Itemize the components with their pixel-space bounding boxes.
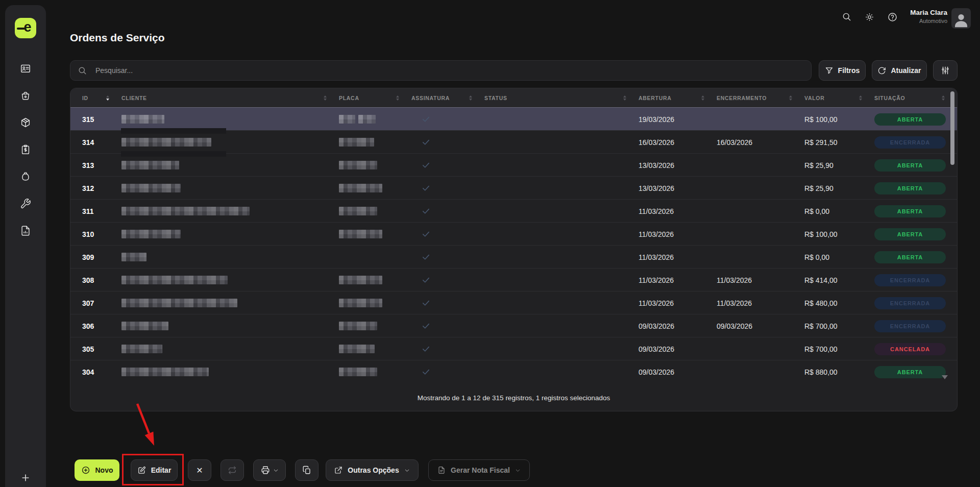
sidebar-item-services[interactable] <box>16 194 35 213</box>
table-body: 315 19/03/2026 R$ 100,00 ABERTA 314 <box>70 108 957 383</box>
table-row[interactable]: 311 11/03/2026 R$ 0,00 ABERTA <box>70 200 957 223</box>
cell-placa <box>339 368 411 376</box>
cell-placa <box>339 345 411 353</box>
column-header-placa[interactable]: PLACA <box>339 88 411 108</box>
checkmark-icon <box>422 276 484 284</box>
other-options-button[interactable]: Outras Opções <box>326 459 419 481</box>
cell-assinatura <box>411 368 484 376</box>
generate-invoice-button[interactable]: Gerar Nota Fiscal <box>428 459 530 481</box>
table-row[interactable]: 305 09/03/2026 R$ 700,00 CANCELADA <box>70 337 957 360</box>
sidebar-nav <box>5 59 46 240</box>
sort-icon[interactable] <box>623 95 626 101</box>
cell-valor: R$ 480,00 <box>804 299 874 307</box>
redacted-placa <box>339 368 377 376</box>
checkmark-icon <box>422 253 484 261</box>
sort-icon[interactable] <box>789 95 792 101</box>
copy-button[interactable] <box>295 459 318 481</box>
sidebar-item-orders[interactable] <box>16 140 35 159</box>
redacted-client-name <box>121 184 181 192</box>
refresh-button[interactable]: Atualizar <box>872 60 927 81</box>
sort-icon[interactable] <box>942 95 945 101</box>
cell-encerramento: 11/03/2026 <box>717 299 804 307</box>
vertical-scrollbar[interactable] <box>950 91 954 165</box>
checkmark-icon <box>422 207 484 215</box>
redacted-placa <box>339 276 382 284</box>
repeat-icon <box>228 466 237 475</box>
cell-situacao: ABERTA <box>874 205 957 217</box>
orders-table: ID CLIENTE PLACA ASSINATURA STATUS ABERT… <box>70 88 958 411</box>
cell-placa <box>339 230 411 238</box>
table-row[interactable]: 313 13/03/2026 R$ 25,90 ABERTA <box>70 154 957 177</box>
scroll-more-icon <box>942 375 948 379</box>
sidebar-item-reports[interactable] <box>16 222 35 240</box>
column-header-abertura[interactable]: ABERTURA <box>639 88 717 108</box>
column-header-encerramento[interactable]: ENCERRAMENTO <box>717 88 804 108</box>
search-input[interactable] <box>95 66 804 75</box>
cancel-button[interactable]: ✕ <box>188 459 211 481</box>
sort-icon[interactable] <box>324 95 327 101</box>
cell-placa <box>339 138 411 147</box>
chevron-down-icon <box>273 468 279 473</box>
cell-id: 313 <box>70 161 121 169</box>
cell-assinatura <box>411 322 484 330</box>
table-row[interactable]: 309 11/03/2026 R$ 0,00 ABERTA <box>70 246 957 269</box>
sort-icon[interactable] <box>859 95 862 101</box>
redacted-client-name <box>121 368 209 376</box>
new-button[interactable]: Novo <box>75 459 119 481</box>
copy-icon <box>302 466 311 475</box>
table-row[interactable]: 312 13/03/2026 R$ 25,90 ABERTA <box>70 177 957 200</box>
avatar[interactable] <box>951 8 971 29</box>
table-search <box>70 60 812 81</box>
reopen-button[interactable] <box>220 459 244 481</box>
sidebar-item-clients[interactable] <box>16 59 35 78</box>
column-header-valor[interactable]: VALOR <box>804 88 874 108</box>
column-header-status[interactable]: STATUS <box>484 88 639 108</box>
redacted-placa <box>339 207 377 215</box>
column-header-id[interactable]: ID <box>70 88 121 108</box>
other-options-label: Outras Opções <box>348 466 399 474</box>
redacted-client-name <box>121 345 162 353</box>
table-row[interactable]: 304 09/03/2026 R$ 880,00 ABERTA <box>70 360 957 383</box>
status-badge: ABERTA <box>874 366 946 378</box>
table-footer: Mostrando de 1 a 12 de 315 registros, 1 … <box>70 383 957 411</box>
help-button[interactable] <box>886 10 899 23</box>
table-row[interactable]: 307 11/03/2026 11/03/2026 R$ 480,00 ENCE… <box>70 291 957 314</box>
sidebar-item-purchases[interactable] <box>16 86 35 105</box>
table-row[interactable]: 306 09/03/2026 09/03/2026 R$ 700,00 ENCE… <box>70 314 957 337</box>
table-row[interactable]: 308 11/03/2026 11/03/2026 R$ 414,00 ENCE… <box>70 269 957 291</box>
table-row[interactable]: 310 11/03/2026 R$ 100,00 ABERTA <box>70 223 957 246</box>
sort-icon[interactable] <box>396 95 399 101</box>
global-search-button[interactable] <box>840 10 853 23</box>
cell-abertura: 11/03/2026 <box>639 253 717 261</box>
sort-icon[interactable] <box>469 95 472 101</box>
checkmark-icon <box>422 322 484 330</box>
column-header-cliente[interactable]: CLIENTE <box>121 88 339 108</box>
theme-toggle-button[interactable] <box>863 10 876 23</box>
print-button[interactable] <box>253 459 286 481</box>
user-menu[interactable]: Maria Clara Automotivo <box>910 9 947 24</box>
edit-button[interactable]: Editar <box>131 459 178 481</box>
cell-assinatura <box>411 115 484 124</box>
cell-valor: R$ 0,00 <box>804 207 874 215</box>
cell-abertura: 11/03/2026 <box>639 207 717 215</box>
sort-icon[interactable] <box>701 95 704 101</box>
cell-cliente <box>121 276 339 284</box>
table-row[interactable]: 314 16/03/2026 16/03/2026 R$ 291,50 ENCE… <box>70 131 957 154</box>
redacted-placa <box>339 184 382 192</box>
cell-id: 308 <box>70 276 121 284</box>
column-header-situacao[interactable]: SITUAÇÃO <box>874 88 957 108</box>
checkmark-icon <box>422 299 484 307</box>
sidebar-item-finance[interactable] <box>16 167 35 186</box>
app-logo[interactable]: e <box>15 18 36 38</box>
redacted-placa <box>339 345 375 353</box>
plus-circle-icon <box>81 466 90 475</box>
filters-button[interactable]: Filtros <box>819 60 866 81</box>
table-settings-button[interactable] <box>933 60 958 81</box>
cell-situacao: ABERTA <box>874 159 957 172</box>
table-row[interactable]: 315 19/03/2026 R$ 100,00 ABERTA <box>70 108 957 131</box>
refresh-icon <box>877 66 886 75</box>
sidebar-add-button[interactable] <box>5 473 46 483</box>
sidebar-item-products[interactable] <box>16 113 35 132</box>
column-header-assinatura[interactable]: ASSINATURA <box>411 88 484 108</box>
sort-icon[interactable] <box>106 95 109 101</box>
